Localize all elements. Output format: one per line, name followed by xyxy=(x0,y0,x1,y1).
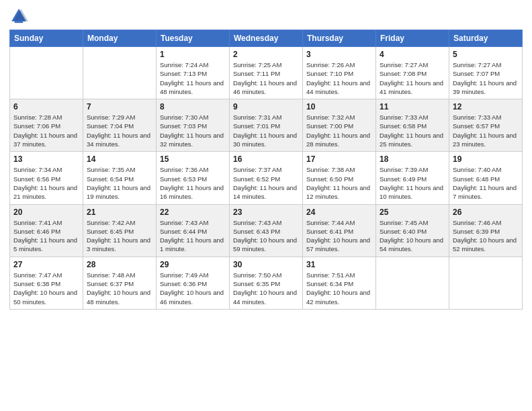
calendar-cell: 15Sunrise: 7:36 AM Sunset: 6:53 PM Dayli… xyxy=(157,152,230,204)
day-info: Sunrise: 7:29 AM Sunset: 7:04 PM Dayligh… xyxy=(87,113,152,148)
day-number: 1 xyxy=(160,50,226,59)
calendar-cell xyxy=(376,257,449,309)
calendar-cell: 9Sunrise: 7:31 AM Sunset: 7:01 PM Daylig… xyxy=(230,99,303,152)
calendar-cell: 1Sunrise: 7:24 AM Sunset: 7:13 PM Daylig… xyxy=(157,47,230,99)
day-number: 13 xyxy=(13,154,79,164)
calendar-cell: 13Sunrise: 7:34 AM Sunset: 6:56 PM Dayli… xyxy=(10,152,83,204)
calendar-cell: 26Sunrise: 7:46 AM Sunset: 6:39 PM Dayli… xyxy=(449,204,523,257)
calendar-cell: 11Sunrise: 7:33 AM Sunset: 6:58 PM Dayli… xyxy=(376,99,449,152)
day-info: Sunrise: 7:40 AM Sunset: 6:48 PM Dayligh… xyxy=(453,165,519,201)
weekday-header-friday: Friday xyxy=(376,30,449,47)
day-info: Sunrise: 7:45 AM Sunset: 6:40 PM Dayligh… xyxy=(380,218,445,254)
day-info: Sunrise: 7:36 AM Sunset: 6:53 PM Dayligh… xyxy=(160,165,226,201)
day-number: 8 xyxy=(160,102,226,111)
svg-rect-2 xyxy=(15,21,23,23)
day-info: Sunrise: 7:31 AM Sunset: 7:01 PM Dayligh… xyxy=(233,113,299,148)
day-info: Sunrise: 7:38 AM Sunset: 6:50 PM Dayligh… xyxy=(306,165,372,201)
calendar-cell: 21Sunrise: 7:42 AM Sunset: 6:45 PM Dayli… xyxy=(83,204,157,257)
calendar-week-row: 13Sunrise: 7:34 AM Sunset: 6:56 PM Dayli… xyxy=(10,152,523,204)
calendar-week-row: 27Sunrise: 7:47 AM Sunset: 6:38 PM Dayli… xyxy=(10,257,523,309)
day-number: 30 xyxy=(233,260,299,269)
logo-icon xyxy=(9,7,28,26)
day-number: 29 xyxy=(160,260,226,269)
logo xyxy=(9,7,31,26)
calendar-cell: 28Sunrise: 7:48 AM Sunset: 6:37 PM Dayli… xyxy=(83,257,157,309)
weekday-header-wednesday: Wednesday xyxy=(230,30,303,47)
weekday-header-tuesday: Tuesday xyxy=(157,30,230,47)
day-number: 3 xyxy=(306,50,372,59)
day-info: Sunrise: 7:34 AM Sunset: 6:56 PM Dayligh… xyxy=(13,165,79,201)
day-info: Sunrise: 7:43 AM Sunset: 6:43 PM Dayligh… xyxy=(233,218,299,254)
day-number: 20 xyxy=(13,208,79,217)
day-number: 28 xyxy=(87,260,152,269)
calendar-cell: 31Sunrise: 7:51 AM Sunset: 6:34 PM Dayli… xyxy=(303,257,376,309)
day-info: Sunrise: 7:33 AM Sunset: 6:57 PM Dayligh… xyxy=(453,113,519,148)
calendar-cell: 23Sunrise: 7:43 AM Sunset: 6:43 PM Dayli… xyxy=(230,204,303,257)
calendar-cell: 27Sunrise: 7:47 AM Sunset: 6:38 PM Dayli… xyxy=(10,257,83,309)
day-number: 14 xyxy=(87,154,152,164)
day-info: Sunrise: 7:26 AM Sunset: 7:10 PM Dayligh… xyxy=(306,60,372,96)
day-number: 11 xyxy=(380,102,445,111)
day-info: Sunrise: 7:30 AM Sunset: 7:03 PM Dayligh… xyxy=(160,113,226,148)
calendar-cell: 19Sunrise: 7:40 AM Sunset: 6:48 PM Dayli… xyxy=(449,152,523,204)
day-number: 22 xyxy=(160,208,226,217)
day-info: Sunrise: 7:25 AM Sunset: 7:11 PM Dayligh… xyxy=(233,60,299,96)
day-number: 26 xyxy=(453,208,519,217)
calendar-cell: 24Sunrise: 7:44 AM Sunset: 6:41 PM Dayli… xyxy=(303,204,376,257)
calendar-cell xyxy=(10,47,83,99)
day-number: 9 xyxy=(233,102,299,111)
calendar-cell: 10Sunrise: 7:32 AM Sunset: 7:00 PM Dayli… xyxy=(303,99,376,152)
calendar-cell xyxy=(83,47,157,99)
calendar-cell: 12Sunrise: 7:33 AM Sunset: 6:57 PM Dayli… xyxy=(449,99,523,152)
calendar-cell: 25Sunrise: 7:45 AM Sunset: 6:40 PM Dayli… xyxy=(376,204,449,257)
calendar-cell: 7Sunrise: 7:29 AM Sunset: 7:04 PM Daylig… xyxy=(83,99,157,152)
day-info: Sunrise: 7:39 AM Sunset: 6:49 PM Dayligh… xyxy=(380,165,445,201)
weekday-header-saturday: Saturday xyxy=(449,30,523,47)
weekday-header-monday: Monday xyxy=(83,30,157,47)
day-number: 24 xyxy=(306,208,372,217)
calendar-cell: 20Sunrise: 7:41 AM Sunset: 6:46 PM Dayli… xyxy=(10,204,83,257)
calendar-cell: 30Sunrise: 7:50 AM Sunset: 6:35 PM Dayli… xyxy=(230,257,303,309)
day-info: Sunrise: 7:37 AM Sunset: 6:52 PM Dayligh… xyxy=(233,165,299,201)
day-number: 2 xyxy=(233,50,299,59)
calendar-header-row: SundayMondayTuesdayWednesdayThursdayFrid… xyxy=(10,30,523,47)
day-number: 23 xyxy=(233,208,299,217)
day-info: Sunrise: 7:24 AM Sunset: 7:13 PM Dayligh… xyxy=(160,60,226,96)
day-info: Sunrise: 7:32 AM Sunset: 7:00 PM Dayligh… xyxy=(306,113,372,148)
day-number: 27 xyxy=(13,260,79,269)
calendar-cell xyxy=(449,257,523,309)
header xyxy=(9,7,523,26)
day-number: 19 xyxy=(453,154,519,164)
calendar-table: SundayMondayTuesdayWednesdayThursdayFrid… xyxy=(9,30,523,310)
day-number: 12 xyxy=(453,102,519,111)
day-number: 21 xyxy=(87,208,152,217)
calendar-cell: 6Sunrise: 7:28 AM Sunset: 7:06 PM Daylig… xyxy=(10,99,83,152)
day-number: 15 xyxy=(160,154,226,164)
day-info: Sunrise: 7:28 AM Sunset: 7:06 PM Dayligh… xyxy=(13,113,79,148)
day-info: Sunrise: 7:35 AM Sunset: 6:54 PM Dayligh… xyxy=(87,165,152,201)
day-info: Sunrise: 7:33 AM Sunset: 6:58 PM Dayligh… xyxy=(380,113,445,148)
calendar-cell: 17Sunrise: 7:38 AM Sunset: 6:50 PM Dayli… xyxy=(303,152,376,204)
calendar-cell: 22Sunrise: 7:43 AM Sunset: 6:44 PM Dayli… xyxy=(157,204,230,257)
weekday-header-sunday: Sunday xyxy=(10,30,83,47)
calendar-cell: 2Sunrise: 7:25 AM Sunset: 7:11 PM Daylig… xyxy=(230,47,303,99)
day-number: 31 xyxy=(306,260,372,269)
calendar-week-row: 20Sunrise: 7:41 AM Sunset: 6:46 PM Dayli… xyxy=(10,204,523,257)
weekday-header-thursday: Thursday xyxy=(303,30,376,47)
day-info: Sunrise: 7:46 AM Sunset: 6:39 PM Dayligh… xyxy=(453,218,519,254)
day-info: Sunrise: 7:49 AM Sunset: 6:36 PM Dayligh… xyxy=(160,271,226,306)
day-info: Sunrise: 7:50 AM Sunset: 6:35 PM Dayligh… xyxy=(233,271,299,306)
day-info: Sunrise: 7:27 AM Sunset: 7:07 PM Dayligh… xyxy=(453,60,519,96)
calendar-cell: 14Sunrise: 7:35 AM Sunset: 6:54 PM Dayli… xyxy=(83,152,157,204)
day-info: Sunrise: 7:43 AM Sunset: 6:44 PM Dayligh… xyxy=(160,218,226,254)
calendar-cell: 29Sunrise: 7:49 AM Sunset: 6:36 PM Dayli… xyxy=(157,257,230,309)
day-info: Sunrise: 7:47 AM Sunset: 6:38 PM Dayligh… xyxy=(13,271,79,306)
calendar-cell: 4Sunrise: 7:27 AM Sunset: 7:08 PM Daylig… xyxy=(376,47,449,99)
day-info: Sunrise: 7:41 AM Sunset: 6:46 PM Dayligh… xyxy=(13,218,79,254)
calendar-cell: 3Sunrise: 7:26 AM Sunset: 7:10 PM Daylig… xyxy=(303,47,376,99)
day-info: Sunrise: 7:48 AM Sunset: 6:37 PM Dayligh… xyxy=(87,271,152,306)
day-number: 17 xyxy=(306,154,372,164)
day-info: Sunrise: 7:51 AM Sunset: 6:34 PM Dayligh… xyxy=(306,271,372,306)
day-number: 16 xyxy=(233,154,299,164)
day-number: 10 xyxy=(306,102,372,111)
